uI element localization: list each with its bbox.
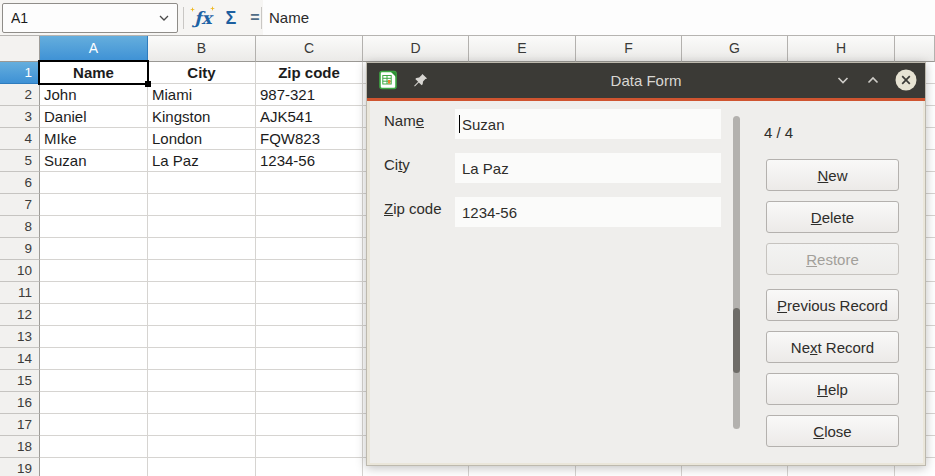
column-header-E[interactable]: E [469,36,576,62]
column-header-F[interactable]: F [576,36,682,62]
row-header-15[interactable]: 15 [0,370,40,392]
name-box-input[interactable] [2,3,178,33]
restore-button[interactable]: Restore [766,243,899,275]
row-header-18[interactable]: 18 [0,436,40,458]
row-header-1[interactable]: 1 [0,62,40,84]
cell-A4[interactable]: MIke [40,128,147,150]
fill-handle[interactable] [145,81,151,87]
cell-C5[interactable]: 1234-56 [256,150,362,172]
formula-toolbar: ƒx Σ = Name [0,0,935,36]
row-header-10[interactable]: 10 [0,260,40,282]
name-field-label: Name [384,112,424,129]
row-header-2[interactable]: 2 [0,84,40,106]
pin-icon[interactable] [409,69,431,91]
row-header-9[interactable]: 9 [0,238,40,260]
sum-icon[interactable]: Σ [218,4,244,32]
formula-content: Name [269,0,309,35]
column-header-A[interactable]: A [40,36,148,62]
form-field-row: Name [370,109,923,139]
row-header-12[interactable]: 12 [0,304,40,326]
row-header-13[interactable]: 13 [0,326,40,348]
close-icon[interactable] [895,69,917,91]
record-counter: 4 / 4 [764,124,793,141]
cell-B4[interactable]: London [148,128,255,150]
calc-document-icon [377,69,399,91]
column-header-H[interactable]: H [788,36,895,62]
city-field[interactable] [455,153,721,183]
fx-glyph: ƒx [194,8,211,28]
cell-A3[interactable]: Daniel [40,106,147,128]
libreoffice-calc-window: ƒx Σ = Name ABCDEFGH 1234567891011121314… [0,0,935,476]
cell-A5[interactable]: Suzan [40,150,147,172]
row-header-7[interactable]: 7 [0,194,40,216]
delete-button[interactable]: Delete [766,201,899,233]
row-header-17[interactable]: 17 [0,414,40,436]
row-header-11[interactable]: 11 [0,282,40,304]
toolbar-separator [261,7,262,29]
column-header-B[interactable]: B [148,36,256,62]
column-header-clipped[interactable] [895,36,935,62]
equals-glyph: = [250,9,259,27]
row-header-8[interactable]: 8 [0,216,40,238]
cell-B1[interactable]: City [148,62,255,84]
name-field[interactable] [455,109,721,139]
function-wizard-icon[interactable]: ƒx [189,4,217,32]
row-header-14[interactable]: 14 [0,348,40,370]
cell-C4[interactable]: FQW823 [256,128,362,150]
cell-A1[interactable]: Name [40,62,147,84]
text-caret [459,115,460,133]
row-header-19[interactable]: 19 [0,458,40,476]
row-header-6[interactable]: 6 [0,172,40,194]
cell-A2[interactable]: John [40,84,147,106]
zip-code-field-label: Zip code [384,200,442,217]
toolbar-separator [183,7,184,29]
zip-code-field[interactable] [455,197,721,227]
float-chevron-down-icon[interactable] [832,69,854,91]
row-header-3[interactable]: 3 [0,106,40,128]
sigma-glyph: Σ [226,8,237,29]
cell-B2[interactable]: Miami [148,84,255,106]
cell-B5[interactable]: La Paz [148,150,255,172]
row-header-16[interactable]: 16 [0,392,40,414]
city-field-label: City [384,156,410,173]
column-header-G[interactable]: G [682,36,788,62]
dialog-titlebar[interactable]: Data Form [367,63,925,98]
dialog-body: NameCityZip code 4 / 4 NewDeleteRestoreP… [370,101,923,463]
previous-record-button[interactable]: Previous Record [766,289,899,321]
row-header-5[interactable]: 5 [0,150,40,172]
dock-chevron-up-icon[interactable] [862,69,884,91]
column-header-C[interactable]: C [256,36,363,62]
select-all-corner[interactable] [0,36,40,62]
column-header-D[interactable]: D [363,36,469,62]
cell-C1[interactable]: Zip code [256,62,362,84]
formula-input[interactable]: Name [263,0,935,35]
data-form-dialog: Data Form NameCityZip code 4 / 4 NewDele… [366,62,926,466]
new-button[interactable]: New [766,159,899,191]
row-header-4[interactable]: 4 [0,128,40,150]
grid-line [362,62,363,476]
cell-C3[interactable]: AJK541 [256,106,362,128]
help-button[interactable]: Help [766,373,899,405]
cell-B3[interactable]: Kingston [148,106,255,128]
chevron-down-icon[interactable] [156,10,172,26]
scrollbar-thumb[interactable] [733,308,740,373]
next-record-button[interactable]: Next Record [766,331,899,363]
close-button[interactable]: Close [766,415,899,447]
cell-C2[interactable]: 987-321 [256,84,362,106]
form-scrollbar[interactable] [733,116,740,429]
